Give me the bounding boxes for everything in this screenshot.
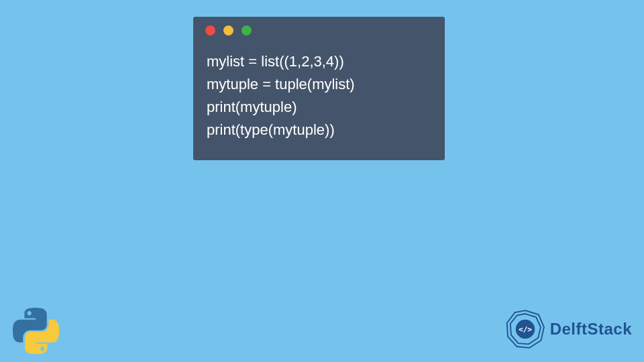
window-titlebar: [193, 17, 445, 44]
code-line: mylist = list((1,2,3,4)): [207, 50, 431, 73]
brand-name: DelftStack: [550, 320, 632, 339]
code-line: print(type(mytuple)): [207, 119, 431, 141]
code-window: mylist = list((1,2,3,4)) mytuple = tuple…: [193, 17, 445, 160]
maximize-icon: [241, 25, 252, 36]
delftstack-logo: </> DelftStack: [504, 308, 632, 350]
code-line: mytuple = tuple(mylist): [207, 73, 431, 96]
minimize-icon: [223, 25, 233, 36]
python-logo-icon: [12, 307, 59, 354]
code-line: print(mytuple): [207, 96, 431, 119]
code-body: mylist = list((1,2,3,4)) mytuple = tuple…: [193, 44, 445, 160]
delftstack-emblem-icon: </>: [504, 308, 546, 350]
close-icon: [205, 25, 215, 36]
emblem-glyph: </>: [519, 325, 532, 334]
